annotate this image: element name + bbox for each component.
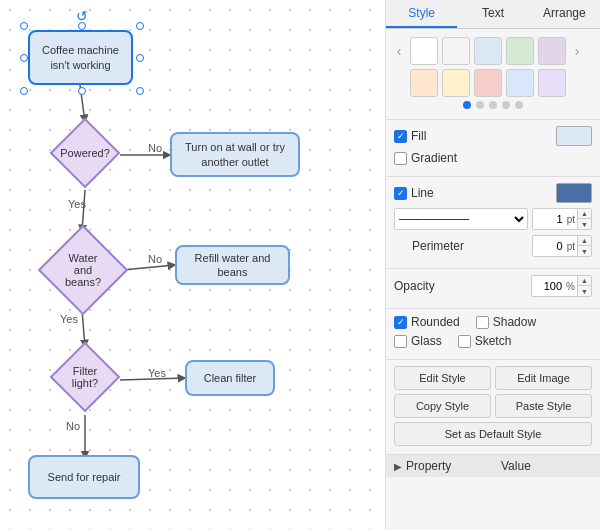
fill-section: Fill Gradient xyxy=(386,119,600,176)
rounded-label: Rounded xyxy=(411,315,460,329)
node-r2[interactable]: Refill water and beans xyxy=(175,245,290,285)
sketch-checkbox[interactable] xyxy=(458,335,471,348)
gradient-label: Gradient xyxy=(394,151,457,165)
tab-arrange[interactable]: Arrange xyxy=(529,0,600,28)
opacity-down[interactable]: ▼ xyxy=(578,286,591,296)
swatch-prev[interactable]: ‹ xyxy=(392,44,406,58)
label-no2: No xyxy=(148,253,162,265)
swatch-1-3[interactable] xyxy=(474,37,502,65)
line-style-row: ───────── - - - - - · · · · · 1 pt ▲ ▼ xyxy=(394,208,592,230)
rotate-handle[interactable]: ↺ xyxy=(74,8,90,24)
perimeter-label: Perimeter xyxy=(394,239,532,253)
style-options-section: Rounded Shadow Glass Sketch xyxy=(386,308,600,359)
rounded-item: Rounded xyxy=(394,315,460,329)
edit-style-button[interactable]: Edit Style xyxy=(394,366,491,390)
glass-checkbox[interactable] xyxy=(394,335,407,348)
perimeter-input[interactable]: 0 xyxy=(533,238,565,254)
sketch-label: Sketch xyxy=(475,334,512,348)
sketch-item: Sketch xyxy=(458,334,512,348)
swatch-1-5[interactable] xyxy=(538,37,566,65)
rounded-checkbox[interactable] xyxy=(394,316,407,329)
line-checkbox[interactable] xyxy=(394,187,407,200)
opacity-label: Opacity xyxy=(394,279,531,293)
dot-3[interactable] xyxy=(489,101,497,109)
node-r3[interactable]: Clean filter xyxy=(185,360,275,396)
swatch-next[interactable]: › xyxy=(570,44,584,58)
handle-tl[interactable] xyxy=(20,22,28,30)
node-r2-label: Refill water and beans xyxy=(177,248,288,283)
node-r3-label: Clean filter xyxy=(200,368,261,388)
paste-style-button[interactable]: Paste Style xyxy=(495,394,592,418)
tab-style[interactable]: Style xyxy=(386,0,457,28)
opacity-section: Opacity 100 % ▲ ▼ xyxy=(386,268,600,308)
dot-2[interactable] xyxy=(476,101,484,109)
node-r1-label: Turn on at wall or try another outlet xyxy=(172,136,298,173)
line-width-arrows: ▲ ▼ xyxy=(577,209,591,229)
perimeter-row: Perimeter 0 pt ▲ ▼ xyxy=(394,235,592,257)
opacity-input[interactable]: 100 xyxy=(532,278,564,294)
dot-5[interactable] xyxy=(515,101,523,109)
tab-text[interactable]: Text xyxy=(457,0,528,28)
handle-ml[interactable] xyxy=(20,54,28,62)
set-default-button[interactable]: Set as Default Style xyxy=(394,422,592,446)
handle-tr[interactable] xyxy=(136,22,144,30)
line-width-input[interactable]: 1 xyxy=(533,211,565,227)
gradient-row: Gradient xyxy=(394,151,592,165)
fill-text: Fill xyxy=(411,129,426,143)
fill-checkbox[interactable] xyxy=(394,130,407,143)
swatch-1-2[interactable] xyxy=(442,37,470,65)
line-width-spinner: 1 pt ▲ ▼ xyxy=(532,208,592,230)
perimeter-unit: pt xyxy=(565,241,577,252)
label-no1: No xyxy=(148,142,162,154)
dot-1[interactable] xyxy=(463,101,471,109)
copy-style-button[interactable]: Copy Style xyxy=(394,394,491,418)
property-table-header[interactable]: ▶ Property Value xyxy=(386,455,600,477)
fill-color-swatch[interactable] xyxy=(556,126,592,146)
gradient-checkbox[interactable] xyxy=(394,152,407,165)
swatch-2-3[interactable] xyxy=(474,69,502,97)
label-no3: No xyxy=(66,420,80,432)
swatches-section: ‹ › xyxy=(386,29,600,119)
label-yes3: Yes xyxy=(148,367,166,379)
node-end[interactable]: Send for repair xyxy=(28,455,140,499)
node-d3[interactable]: Filterlight? xyxy=(50,342,120,412)
gradient-text: Gradient xyxy=(411,151,457,165)
line-width-up[interactable]: ▲ xyxy=(578,209,591,219)
shadow-checkbox[interactable] xyxy=(476,316,489,329)
node-d2[interactable]: Water andbeans? xyxy=(38,225,128,315)
swatch-1-1[interactable] xyxy=(410,37,438,65)
node-r1[interactable]: Turn on at wall or try another outlet xyxy=(170,132,300,177)
swatch-row-2 xyxy=(392,69,594,97)
line-color-swatch[interactable] xyxy=(556,183,592,203)
handle-br[interactable] xyxy=(136,87,144,95)
line-width-down[interactable]: ▼ xyxy=(578,219,591,229)
handle-bm[interactable] xyxy=(78,87,86,95)
svg-line-3 xyxy=(122,265,175,270)
perimeter-down[interactable]: ▼ xyxy=(578,246,591,256)
node-start[interactable]: Coffee machine isn't working xyxy=(28,30,133,85)
dot-4[interactable] xyxy=(502,101,510,109)
edit-image-button[interactable]: Edit Image xyxy=(495,366,592,390)
swatch-row-1: ‹ › xyxy=(392,37,594,65)
handle-bl[interactable] xyxy=(20,87,28,95)
line-text: Line xyxy=(411,186,434,200)
opacity-up[interactable]: ▲ xyxy=(578,276,591,286)
row-glass-sketch: Glass Sketch xyxy=(394,334,592,348)
buttons-section: Edit Style Edit Image Copy Style Paste S… xyxy=(386,359,600,452)
line-style-select[interactable]: ───────── - - - - - · · · · · xyxy=(394,208,528,230)
node-d1[interactable]: Powered? xyxy=(50,118,120,188)
swatch-2-5[interactable] xyxy=(538,69,566,97)
label-yes2: Yes xyxy=(60,313,78,325)
node-start-label: Coffee machine isn't working xyxy=(30,39,131,76)
swatch-2-1[interactable] xyxy=(410,69,438,97)
swatch-1-4[interactable] xyxy=(506,37,534,65)
shadow-label: Shadow xyxy=(493,315,536,329)
property-arrow: ▶ xyxy=(394,461,402,472)
line-width-unit: pt xyxy=(565,214,577,225)
opacity-arrows: ▲ ▼ xyxy=(577,276,591,296)
perimeter-up[interactable]: ▲ xyxy=(578,236,591,246)
handle-mr[interactable] xyxy=(136,54,144,62)
canvas-area[interactable]: Coffee machine isn't working ↺ Powered? … xyxy=(0,0,385,530)
swatch-2-4[interactable] xyxy=(506,69,534,97)
swatch-2-2[interactable] xyxy=(442,69,470,97)
